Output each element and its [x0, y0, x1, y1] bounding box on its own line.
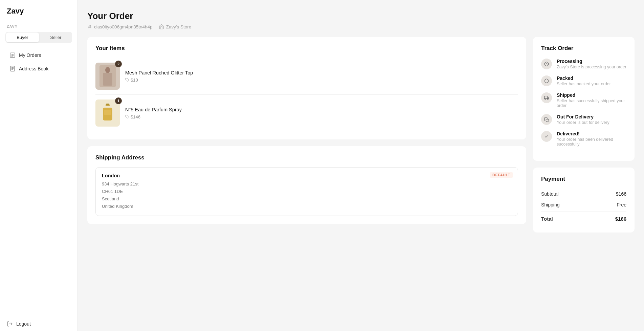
shipping-label: Shipping: [541, 202, 560, 207]
my-orders-label: My Orders: [19, 52, 41, 58]
list-item: 2 Mesh Panel Ruched Glitter Top $10: [95, 58, 518, 95]
svg-point-29: [546, 121, 547, 122]
svg-rect-21: [104, 110, 111, 115]
logo: Zavy: [0, 0, 77, 21]
shipped-icon: [544, 95, 549, 100]
hash-icon: [87, 24, 92, 29]
track-step-out-for-delivery: Out For Delivery Your order is out for d…: [541, 114, 626, 125]
item-name: Mesh Panel Ruched Glitter Top: [125, 70, 193, 75]
page-title: Your Order: [87, 11, 635, 21]
address-book-label: Address Book: [19, 66, 48, 71]
processing-icon: [544, 62, 549, 66]
item-quantity-badge: 2: [115, 61, 122, 67]
svg-rect-15: [103, 73, 112, 86]
track-step-packed: Packed Seller has packed your order: [541, 75, 626, 86]
track-step-content: Out For Delivery Your order is out for d…: [557, 114, 609, 125]
shipping-card-title: Shipping Address: [95, 154, 518, 161]
payment-subtotal-row: Subtotal $166: [541, 189, 626, 199]
buyer-toggle-button[interactable]: Buyer: [6, 32, 39, 42]
track-step-icon-shipped: [541, 92, 552, 103]
track-step-processing: Processing Zavy's Store is processing yo…: [541, 59, 626, 69]
tag-icon: [125, 78, 129, 82]
track-step-icon-packed: [541, 75, 552, 86]
item-quantity-badge: 1: [115, 97, 122, 104]
sidebar-divider: [5, 314, 72, 314]
item-name: N°5 Eau de Parfum Spray: [125, 107, 182, 112]
total-label: Total: [541, 216, 553, 222]
svg-rect-24: [545, 96, 548, 99]
subtotal-label: Subtotal: [541, 191, 558, 197]
tag-icon: [125, 115, 129, 119]
track-step-content: Processing Zavy's Store is processing yo…: [557, 59, 626, 69]
item-price: $10: [125, 78, 193, 83]
item-price: $146: [125, 114, 182, 119]
payment-total-row: Total $166: [541, 212, 626, 224]
track-step-desc: Seller has successfully shipped your ord…: [557, 98, 626, 108]
address-line1: 934 Hogwarts 21st: [102, 180, 512, 188]
item-details: Mesh Panel Ruched Glitter Top $10: [125, 70, 193, 83]
svg-point-27: [547, 98, 548, 100]
track-step-label: Out For Delivery: [557, 114, 609, 119]
svg-point-30: [548, 121, 548, 122]
buyer-seller-toggle: Buyer Seller: [5, 32, 72, 43]
total-value: $166: [615, 216, 626, 222]
order-meta: clas0ltyo006gm4pn35tn4h4p Zavy's Store: [87, 24, 635, 29]
packed-icon: [544, 79, 549, 83]
track-step-icon-delivered: [541, 131, 552, 142]
svg-line-12: [90, 25, 90, 29]
items-card: Your Items 2: [87, 37, 526, 139]
svg-point-14: [105, 67, 110, 73]
address-line4: United Kingdom: [102, 203, 512, 210]
content-grid: Your Items 2: [87, 37, 635, 233]
track-step-icon-processing: [541, 59, 552, 69]
item-image-wrap: 2: [95, 63, 120, 90]
track-step-content: Packed Seller has packed your order: [557, 75, 611, 86]
address-icon: [9, 66, 16, 72]
default-badge: DEFAULT: [490, 172, 513, 178]
list-item: 1 N°5 Eau de Parfum Spray $146: [95, 95, 518, 131]
sidebar-section-label: ZAVY: [0, 21, 77, 30]
svg-marker-25: [547, 97, 549, 99]
order-id-text: clas0ltyo006gm4pn35tn4h4p: [94, 24, 153, 29]
address-card: London DEFAULT 934 Hogwarts 21st CH61 1D…: [95, 167, 518, 216]
logout-icon: [7, 321, 13, 327]
right-column: Track Order Processing Zavy's Store is p…: [533, 37, 635, 233]
track-step-label: Packed: [557, 75, 611, 81]
clothing-silhouette-icon: [99, 65, 116, 87]
track-step-label: Delivered!: [557, 131, 626, 136]
item-details: N°5 Eau de Parfum Spray $146: [125, 107, 182, 119]
track-step-desc: Your order has been delivered successful…: [557, 137, 626, 147]
left-column: Your Items 2: [87, 37, 526, 233]
address-city: London: [102, 173, 512, 178]
payment-shipping-row: Shipping Free: [541, 199, 626, 210]
item-image-wrap: 1: [95, 100, 120, 127]
perfume-bottle-icon: [101, 103, 114, 123]
store-name-item: Zavy's Store: [159, 24, 192, 29]
main-content: Your Order clas0ltyo006gm4pn35tn4h4p Zav…: [78, 0, 644, 331]
sidebar-item-address-book[interactable]: Address Book: [3, 62, 75, 75]
svg-point-26: [545, 98, 546, 100]
payment-card: Payment Subtotal $166 Shipping Free Tota…: [533, 168, 635, 233]
track-step-icon-delivery: [541, 114, 552, 125]
svg-line-11: [89, 25, 89, 29]
track-step-shipped: Shipped Seller has successfully shipped …: [541, 92, 626, 108]
sidebar: Zavy ZAVY Buyer Seller My Orders Address…: [0, 0, 78, 331]
store-icon: [159, 24, 164, 29]
track-order-card: Track Order Processing Zavy's Store is p…: [533, 37, 635, 161]
track-step-delivered: Delivered! Your order has been delivered…: [541, 131, 626, 147]
track-step-content: Delivered! Your order has been delivered…: [557, 131, 626, 147]
payment-title: Payment: [541, 176, 626, 182]
subtotal-value: $166: [616, 191, 626, 197]
orders-icon: [9, 52, 16, 58]
logout-button[interactable]: Logout: [0, 317, 77, 331]
track-step-label: Processing: [557, 59, 626, 64]
address-line2: CH61 1DE: [102, 188, 512, 195]
sidebar-item-my-orders[interactable]: My Orders: [3, 49, 75, 62]
shipping-value: Free: [617, 202, 626, 207]
track-step-content: Shipped Seller has successfully shipped …: [557, 92, 626, 108]
items-card-title: Your Items: [95, 45, 518, 52]
track-step-desc: Seller has packed your order: [557, 82, 611, 86]
logout-label: Logout: [16, 321, 31, 327]
seller-toggle-button[interactable]: Seller: [40, 32, 72, 43]
delivery-icon: [544, 117, 549, 122]
